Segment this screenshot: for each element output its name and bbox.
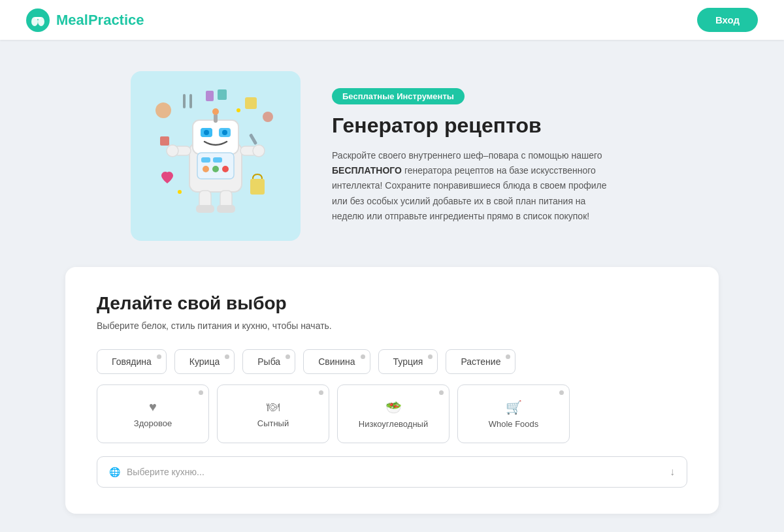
svg-point-14: [204, 130, 209, 135]
diet-hearty[interactable]: 🍽 Сытный: [217, 384, 329, 443]
card-subtitle: Выберите белок, стиль питания и кухню, ч…: [97, 321, 687, 331]
diet-hearty-dot: [319, 390, 323, 395]
diet-hearty-label: Сытный: [257, 418, 289, 428]
svg-rect-35: [218, 89, 227, 100]
svg-point-24: [222, 166, 229, 172]
protein-beef-dot: [157, 354, 161, 359]
logo: MealPractice: [26, 8, 144, 32]
globe-icon: 🌐: [109, 467, 120, 477]
protein-chicken[interactable]: Курица: [174, 349, 235, 374]
svg-rect-8: [183, 94, 186, 108]
protein-chicken-dot: [225, 354, 229, 359]
robot-illustration: [144, 84, 287, 228]
svg-rect-36: [249, 133, 257, 145]
svg-point-4: [155, 102, 171, 118]
diet-wholefoods-dot: [559, 390, 564, 395]
dropdown-arrow-icon: ↓: [670, 466, 675, 478]
svg-rect-31: [196, 205, 214, 213]
hero-description: Раскройте своего внутреннего шеф–повара …: [332, 148, 619, 223]
hero-content: Бесплатные Инструменты Генератор рецепто…: [332, 88, 619, 223]
svg-rect-11: [193, 120, 238, 154]
hero-title: Генератор рецептов: [332, 114, 619, 138]
diet-wholefoods-label: Whole Foods: [489, 419, 539, 429]
protein-fish[interactable]: Рыба: [242, 349, 295, 374]
diet-wholefoods[interactable]: 🛒 Whole Foods: [457, 384, 570, 443]
header: MealPractice Вход: [0, 0, 784, 40]
salad-icon: 🥗: [385, 399, 402, 415]
hero-image: [131, 71, 301, 241]
svg-rect-17: [214, 114, 218, 123]
logo-text: MealPractice: [56, 12, 144, 29]
svg-rect-3: [35, 17, 41, 19]
protein-beef[interactable]: Говядина: [97, 349, 167, 374]
plate-icon: 🍽: [267, 399, 280, 415]
svg-point-28: [253, 145, 265, 157]
cuisine-left: 🌐 Выберите кухню...: [109, 467, 204, 477]
svg-point-18: [212, 108, 219, 115]
svg-rect-7: [160, 136, 169, 146]
hero-badge: Бесплатные Инструменты: [332, 88, 465, 104]
diet-lowcarb[interactable]: 🥗 Низкоуглеводный: [337, 384, 449, 443]
svg-point-37: [237, 108, 240, 112]
logo-icon: [26, 8, 50, 32]
diet-healthy-dot: [199, 390, 203, 395]
cart-icon: 🛒: [506, 399, 522, 415]
protein-plant[interactable]: Растение: [446, 349, 515, 374]
diet-healthy[interactable]: ♥ Здоровое: [97, 384, 209, 443]
svg-point-27: [167, 145, 178, 157]
svg-rect-6: [245, 97, 257, 109]
svg-rect-9: [189, 94, 192, 108]
hero-section: Бесплатные Инструменты Генератор рецепто…: [0, 40, 784, 267]
cuisine-dropdown[interactable]: 🌐 Выберите кухню... ↓: [97, 456, 687, 488]
svg-rect-32: [217, 205, 235, 213]
svg-point-23: [212, 166, 219, 172]
svg-point-5: [263, 112, 273, 122]
svg-rect-33: [250, 179, 265, 195]
svg-rect-20: [201, 157, 210, 163]
card-title: Делайте свой выбор: [97, 293, 687, 314]
recipe-generator-card: Делайте свой выбор Выберите белок, стиль…: [65, 267, 719, 514]
protein-turkey-dot: [428, 354, 433, 359]
svg-point-16: [222, 130, 227, 135]
svg-point-38: [178, 190, 182, 194]
protein-pork-dot: [361, 354, 365, 359]
protein-plant-dot: [506, 354, 510, 359]
protein-turkey[interactable]: Турция: [378, 349, 438, 374]
heart-icon: ♥: [149, 399, 157, 415]
svg-point-0: [26, 8, 50, 32]
svg-rect-34: [206, 91, 214, 101]
login-button[interactable]: Вход: [697, 8, 758, 32]
diet-lowcarb-label: Низкоуглеводный: [359, 419, 428, 429]
protein-selection: Говядина Курица Рыба Свинина Турция Раст…: [97, 349, 687, 374]
protein-fish-dot: [286, 354, 290, 359]
diet-lowcarb-dot: [439, 390, 444, 395]
diet-selection: ♥ Здоровое 🍽 Сытный 🥗 Низкоуглеводный 🛒 …: [97, 384, 687, 443]
protein-pork[interactable]: Свинина: [303, 349, 370, 374]
svg-rect-21: [213, 157, 222, 163]
cuisine-placeholder: Выберите кухню...: [127, 467, 204, 477]
diet-healthy-label: Здоровое: [134, 418, 172, 428]
svg-point-22: [203, 166, 209, 172]
